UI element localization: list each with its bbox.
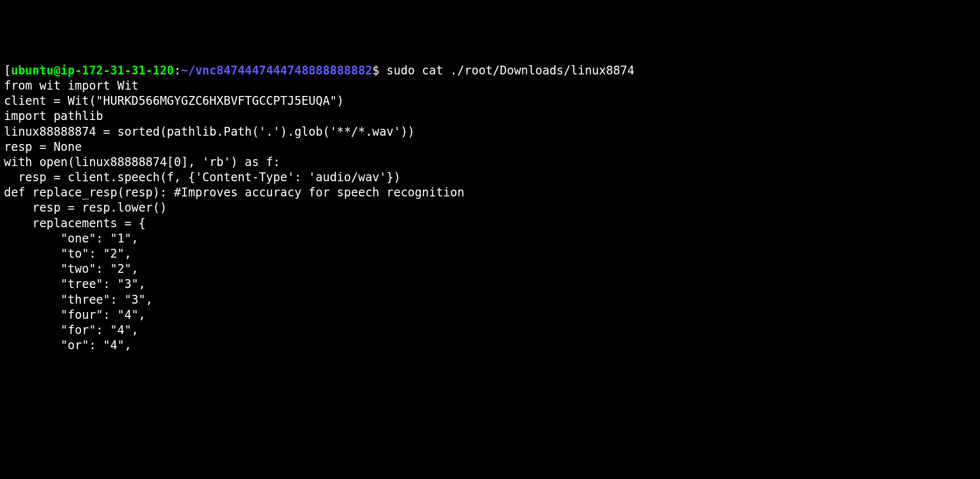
prompt-path: ~/vnc8474447444748888888882: [181, 64, 372, 77]
output-line: "one": "1",: [4, 231, 976, 246]
output-line: "three": "3",: [4, 292, 976, 308]
output-line: resp = client.speech(f, {'Content-Type':…: [4, 170, 976, 185]
output-line: "two": "2",: [4, 262, 976, 277]
prompt-user-host: ubuntu@ip-172-31-31-120: [11, 64, 174, 77]
output-line: from wit import Wit: [4, 78, 976, 94]
output-line: "tree": "3",: [4, 277, 976, 292]
prompt-colon: :: [174, 64, 181, 77]
prompt-dollar: $: [372, 64, 386, 77]
terminal-window[interactable]: [ubuntu@ip-172-31-31-120:~/vnc8474447444…: [4, 63, 976, 354]
output-line: resp = resp.lower(): [4, 200, 976, 216]
output-line: "for": "4",: [4, 323, 976, 338]
output-line: linux88888874 = sorted(pathlib.Path('.')…: [4, 124, 976, 140]
prompt-bracket: [: [4, 64, 11, 77]
output-line: "or": "4",: [4, 338, 976, 353]
output-line: "four": "4",: [4, 308, 976, 323]
output-line: with open(linux88888874[0], 'rb') as f:: [4, 155, 976, 170]
command-text: sudo cat ./root/Downloads/linux8874: [386, 64, 634, 77]
output-line: resp = None: [4, 140, 976, 155]
output-line: replacements = {: [4, 216, 976, 231]
output-line: "to": "2",: [4, 246, 976, 262]
output-line: import pathlib: [4, 109, 976, 124]
output-line: client = Wit("HURKD566MGYGZC6HXBVFTGCCPT…: [4, 94, 976, 109]
prompt-line[interactable]: [ubuntu@ip-172-31-31-120:~/vnc8474447444…: [4, 63, 976, 78]
output-line: def replace_resp(resp): #Improves accura…: [4, 185, 976, 200]
